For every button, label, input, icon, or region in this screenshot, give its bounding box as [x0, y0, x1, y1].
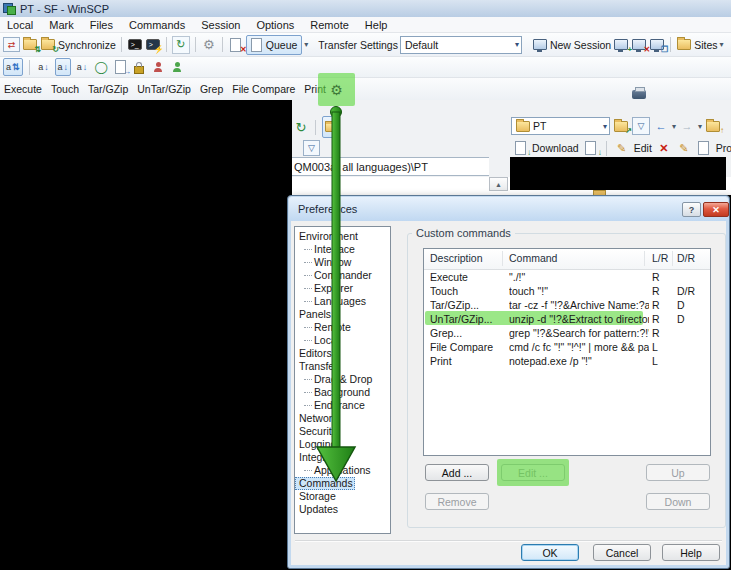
- open-terminal-icon[interactable]: >⚡: [145, 37, 161, 53]
- tree-item-transfer[interactable]: Transfer: [295, 360, 390, 373]
- menu-commands[interactable]: Commands: [129, 19, 185, 31]
- sort-size-icon[interactable]: →: [112, 59, 128, 75]
- back-dropdown-arrow[interactable]: ▾: [672, 122, 676, 131]
- tree-item-local[interactable]: Local: [295, 334, 390, 347]
- drive-combobox[interactable]: PT ▾: [511, 117, 610, 135]
- dialog-help-icon[interactable]: ?: [682, 202, 701, 217]
- properties-button[interactable]: Properti: [716, 142, 731, 154]
- synchronize-button[interactable]: Synchronize: [58, 39, 116, 51]
- tree-item-security[interactable]: Security: [295, 425, 390, 438]
- tree-item-remote[interactable]: Remote: [295, 321, 390, 334]
- refresh-icon[interactable]: ↻: [172, 36, 190, 54]
- tree-item-commander[interactable]: Commander: [295, 269, 390, 282]
- tree-item-commands-selected[interactable]: Commands: [295, 477, 355, 490]
- tree-item-background[interactable]: Background: [295, 386, 390, 399]
- compare-panels-icon[interactable]: ⇄: [3, 37, 20, 52]
- tree-item-endurance[interactable]: Endurance: [295, 399, 390, 412]
- sort-name-toggle[interactable]: a↓: [55, 58, 72, 76]
- table-row[interactable]: Print notepad.exe /p "!" L: [424, 354, 710, 368]
- help-button[interactable]: Help: [662, 544, 720, 561]
- tree-item-interface[interactable]: Interface: [295, 243, 390, 256]
- synchronize-browsing-icon[interactable]: ⇅: [22, 37, 38, 53]
- sites-button[interactable]: Sites: [694, 39, 717, 51]
- table-row[interactable]: Execute "./!" R: [424, 270, 710, 284]
- abort-queue-icon[interactable]: ✕: [228, 37, 244, 53]
- col-dr[interactable]: D/R: [677, 252, 695, 264]
- tree-item-drag-drop[interactable]: Drag & Drop: [295, 373, 390, 386]
- remove-button[interactable]: Remove: [425, 493, 489, 510]
- ok-button[interactable]: OK: [521, 544, 579, 561]
- queue-dropdown-arrow[interactable]: ▾: [304, 40, 308, 49]
- down-button[interactable]: Down: [646, 493, 710, 510]
- sort-ext-icon[interactable]: a↓: [74, 59, 90, 75]
- attach-session-icon[interactable]: +: [613, 37, 629, 53]
- synchronize-icon[interactable]: ↻: [40, 37, 56, 53]
- tree-item-storage[interactable]: Storage: [295, 490, 390, 503]
- edit-pencil-icon[interactable]: ✎: [614, 140, 630, 156]
- remote-path-bar[interactable]: QM003a; all languages)\PT: [292, 157, 489, 176]
- table-row-untargzip-highlighted[interactable]: UnTar/GZip... unzip -d "!?&Extract to di…: [424, 312, 710, 326]
- preferences-gear-icon[interactable]: ⚙: [330, 83, 343, 97]
- close-session-icon[interactable]: ✕: [631, 37, 647, 53]
- queue-toggle-button[interactable]: Queue: [246, 35, 303, 55]
- col-command[interactable]: Command: [509, 252, 557, 264]
- table-row[interactable]: Grep... grep "!?&Search for pattern:?!".…: [424, 326, 710, 340]
- cmd-grep-button[interactable]: Grep: [200, 83, 223, 95]
- sites-dropdown-arrow[interactable]: ▾: [720, 40, 724, 49]
- refresh-panel-icon[interactable]: ↻: [293, 119, 309, 135]
- up-button[interactable]: Up: [646, 464, 710, 481]
- tree-item-updates[interactable]: Updates: [295, 503, 390, 516]
- duplicate-session-icon[interactable]: ❐: [649, 37, 665, 53]
- cmd-targzip-button[interactable]: Tar/GZip: [88, 83, 128, 95]
- printer-icon[interactable]: [631, 84, 647, 100]
- menu-files[interactable]: Files: [90, 19, 113, 31]
- forward-dropdown-arrow[interactable]: ▾: [698, 122, 702, 131]
- back-icon[interactable]: ←: [653, 118, 669, 134]
- open-directory-icon[interactable]: ↗: [613, 118, 629, 134]
- menu-remote[interactable]: Remote: [310, 19, 349, 31]
- menu-local[interactable]: Local: [7, 19, 33, 31]
- sort-both-toggle[interactable]: a⇅: [3, 58, 23, 76]
- parent-directory-icon[interactable]: ↑: [705, 118, 721, 134]
- filter-icon[interactable]: ▽: [632, 117, 650, 135]
- tree-view-toggle[interactable]: [322, 116, 340, 138]
- tree-item-explorer[interactable]: Explorer: [295, 282, 390, 295]
- tree-item-languages[interactable]: Languages: [295, 295, 390, 308]
- sort-time-icon[interactable]: ◯: [93, 59, 109, 75]
- table-row[interactable]: Touch touch "!" R D/R: [424, 284, 710, 298]
- menu-options[interactable]: Options: [256, 19, 294, 31]
- close-icon[interactable]: ✕: [703, 202, 729, 217]
- table-row[interactable]: Tar/GZip... tar -cz -f "!?&Archive Name:…: [424, 298, 710, 312]
- col-description[interactable]: Description: [430, 252, 483, 264]
- download-icon[interactable]: ↓: [512, 140, 528, 156]
- sites-folder-icon[interactable]: [676, 37, 692, 53]
- menu-session[interactable]: Session: [201, 19, 240, 31]
- tree-item-integration[interactable]: Integration: [295, 451, 390, 464]
- sort-name-asc-icon[interactable]: a↓: [36, 59, 52, 75]
- add-button[interactable]: Add ...: [425, 464, 489, 481]
- tree-item-logging[interactable]: Logging: [295, 438, 390, 451]
- rename-pencil-icon[interactable]: ✎: [676, 140, 692, 156]
- tree-item-network[interactable]: Network: [295, 412, 390, 425]
- transfer-settings-combobox[interactable]: Default ▾: [400, 36, 522, 54]
- cmd-execute-button[interactable]: Execute: [4, 83, 42, 95]
- tree-item-panels[interactable]: Panels: [295, 308, 390, 321]
- preferences-gear-icon[interactable]: ⚙: [201, 37, 217, 53]
- col-lr[interactable]: L/R: [652, 252, 668, 264]
- cmd-untargzip-button[interactable]: UnTar/GZip: [137, 83, 191, 95]
- tree-item-editors[interactable]: Editors: [295, 347, 390, 360]
- table-row[interactable]: File Compare cmd /c fc "!" "!^!" | more …: [424, 340, 710, 354]
- edit-button[interactable]: Edit: [634, 142, 652, 154]
- new-session-button[interactable]: New Session: [550, 39, 611, 51]
- sort-group-icon[interactable]: [169, 59, 185, 75]
- forward-icon[interactable]: →: [679, 118, 695, 134]
- tree-item-environment[interactable]: Environment: [295, 230, 390, 243]
- menu-help[interactable]: Help: [365, 19, 388, 31]
- menu-mark[interactable]: Mark: [49, 19, 73, 31]
- cmd-touch-button[interactable]: Touch: [51, 83, 79, 95]
- cmd-filecompare-button[interactable]: File Compare: [232, 83, 295, 95]
- tree-item-window[interactable]: Window: [295, 256, 390, 269]
- tree-item-applications[interactable]: Applications: [295, 464, 390, 477]
- console-icon[interactable]: >_: [127, 37, 143, 53]
- delete-icon[interactable]: ✕: [656, 140, 672, 156]
